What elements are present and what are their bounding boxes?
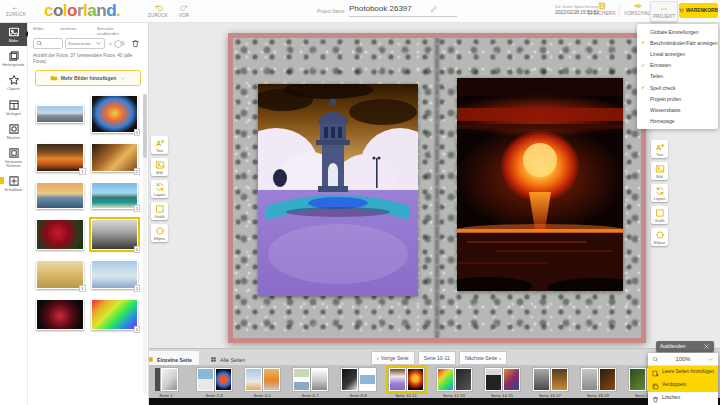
book-fold xyxy=(433,38,441,338)
tool-grafik[interactable]: Grafik xyxy=(651,206,668,224)
context-menu-item[interactable]: Verdoppeln xyxy=(648,379,718,392)
sidebar-item-gestanzte-rahmen[interactable]: Gestanzte Rahmen xyxy=(0,143,27,171)
page-thumbnail[interactable]: Seite 1 xyxy=(144,368,188,398)
project-menu-item[interactable]: ✓Spell check xyxy=(637,82,718,93)
sidebar-item-vorlagen[interactable]: Vorlagen xyxy=(0,95,27,119)
photo-panel: Bilder sortieren Benutzte ausblenden Zue… xyxy=(28,22,149,405)
hide-panel-button[interactable]: Ausblenden xyxy=(656,341,714,352)
trash-icon[interactable] xyxy=(131,39,140,48)
folder-icon xyxy=(50,74,58,82)
hide-used-toggle[interactable]: × xyxy=(109,41,125,47)
page-thumbnail[interactable]: Seite 10-11 xyxy=(384,368,428,398)
sym-clipart xyxy=(8,74,20,86)
panel-scrollbar[interactable] xyxy=(143,94,147,394)
photo-panel-header: Bilder sortieren Benutzte ausblenden Zue… xyxy=(28,22,148,49)
project-menu-item[interactable]: Wissensbasis xyxy=(637,104,718,115)
photo-thumbnail[interactable]: 1 xyxy=(91,260,139,289)
tool-text[interactable]: Text xyxy=(151,136,168,154)
sidebar-item-masken[interactable]: Masken xyxy=(0,119,27,143)
edit-pencil-icon[interactable] xyxy=(430,5,438,13)
add-images-button[interactable]: Mehr Bilder hinzufügen xyxy=(35,70,141,86)
photo-thumbnail[interactable] xyxy=(36,105,84,123)
photo-thumbnail[interactable]: 1 xyxy=(91,219,139,250)
hide-used-label: Benutzte ausblenden xyxy=(97,26,129,36)
context-menu-item[interactable]: Löschen xyxy=(648,392,718,405)
undo-button[interactable]: ZURÜCK xyxy=(146,3,170,18)
placed-photo-explosion[interactable] xyxy=(457,78,623,291)
logo-letter: n xyxy=(96,1,106,20)
current-spread-button[interactable]: Seite 10-11 xyxy=(418,351,456,365)
page-thumbnail[interactable]: Seite 14-15 xyxy=(480,368,524,398)
photo-thumbnail[interactable]: 1 xyxy=(36,260,84,289)
usage-badge: 2 xyxy=(134,168,140,175)
project-menu-item[interactable]: Homepage xyxy=(637,116,718,127)
sidebar-item-hintergründe[interactable]: Hintergründe xyxy=(0,46,27,70)
save-button[interactable]: SPEICHERN xyxy=(585,2,618,16)
close-icon xyxy=(703,343,710,350)
project-menu-item[interactable]: Projekt prüfen xyxy=(637,93,718,104)
tool-bild[interactable]: Bild xyxy=(151,158,168,176)
logo-letter: d xyxy=(106,1,116,20)
usage-badge: 1 xyxy=(134,326,140,333)
prev-page-button[interactable]: ‹ Vorige Seite xyxy=(371,351,415,365)
check-icon: ✓ xyxy=(641,39,646,45)
sort-select[interactable]: Zuerst erste... xyxy=(65,38,105,49)
sidebar-item-bilder[interactable]: Bilder xyxy=(0,22,27,46)
photo-thumbnail[interactable]: 1 xyxy=(91,299,139,330)
sidebar-item-cliparts[interactable]: Cliparts xyxy=(0,70,27,94)
photo-thumbnail[interactable]: 1 xyxy=(36,143,84,172)
sidebar-item-schablone[interactable]: Schablone xyxy=(0,171,27,195)
context-menu: Leere Seiten hinzufügenVerdoppelnLöschen xyxy=(648,366,718,405)
redo-button[interactable]: VOR xyxy=(173,3,195,18)
tool-grafik[interactable]: Grafik xyxy=(151,202,168,220)
page-thumbnail[interactable]: Seite 2-3 xyxy=(192,368,236,398)
usage-badge: 1 xyxy=(134,246,140,253)
sym-square xyxy=(155,204,165,214)
tool-ellipse[interactable]: Ellipse xyxy=(151,224,168,242)
project-menu-item[interactable]: ✓Einrasten xyxy=(637,60,718,71)
photo-thumbnail[interactable]: 1 xyxy=(91,182,139,209)
photo-thumbnail[interactable] xyxy=(36,299,84,330)
tool-layout[interactable]: Layout xyxy=(651,184,668,202)
top-bar: ← ZURÜCK colorland. ZURÜCK VOR Project N… xyxy=(0,0,720,23)
page-thumbnail[interactable]: Seite 6-7 xyxy=(288,368,332,398)
project-menu-item[interactable]: Globale Einstellungen xyxy=(637,26,718,37)
usage-badge: 1 xyxy=(134,285,140,292)
tool-layout[interactable]: Layout xyxy=(151,180,168,198)
sym-mask xyxy=(8,123,20,135)
project-menu-item[interactable]: Lineal anzeigen xyxy=(637,48,718,59)
editor-canvas[interactable] xyxy=(148,22,720,348)
next-page-button[interactable]: Nächste Seite › xyxy=(459,351,507,365)
zoom-icon xyxy=(652,356,659,363)
page-navigation: ‹ Vorige Seite Seite 10-11 Nächste Seite… xyxy=(371,351,507,365)
project-menu-button[interactable]: PROJEKT xyxy=(650,1,678,22)
tool-text[interactable]: Text xyxy=(651,140,668,158)
page-thumbnail[interactable]: Seite 8-9 xyxy=(336,368,380,398)
page-thumbnail[interactable]: Seite 4-5 xyxy=(240,368,284,398)
project-name-input[interactable]: Photobook 26397 xyxy=(349,4,457,17)
photo-thumbnail[interactable] xyxy=(36,219,84,250)
tool-bild[interactable]: Bild xyxy=(651,162,668,180)
photo-thumbnail[interactable]: 2 xyxy=(91,143,139,172)
project-menu-item[interactable]: Teilen xyxy=(637,71,718,82)
notification-marker xyxy=(0,177,4,184)
photo-thumbnail[interactable]: 1 xyxy=(91,95,139,133)
cart-button[interactable]: WARENKORB xyxy=(679,3,718,18)
placed-photo-church[interactable] xyxy=(258,84,418,296)
photo-thumbnail[interactable] xyxy=(36,182,84,209)
context-menu-item[interactable]: Leere Seiten hinzufügen xyxy=(648,366,718,379)
search-input[interactable] xyxy=(33,38,63,49)
photobook-spread[interactable] xyxy=(228,33,646,343)
check-icon: ✓ xyxy=(641,62,646,68)
page-thumbnail[interactable]: Seite 16-17 xyxy=(528,368,572,398)
page-thumbnail[interactable]: Seite 18-19 xyxy=(576,368,620,398)
strip-scroll-area[interactable] xyxy=(140,398,720,405)
scrollbar-thumb[interactable] xyxy=(143,94,147,158)
zoom-control[interactable]: 100% xyxy=(648,353,718,366)
tool-ellipse[interactable]: Ellipse xyxy=(651,228,668,246)
sym-image xyxy=(655,164,665,174)
check-icon: ✓ xyxy=(641,84,646,90)
project-menu-item[interactable]: ✓Beschnittränder/Falz anzeigen xyxy=(637,37,718,48)
page-thumbnail[interactable]: Seite 12-13 xyxy=(432,368,476,398)
back-button[interactable]: ← ZURÜCK xyxy=(3,3,29,17)
